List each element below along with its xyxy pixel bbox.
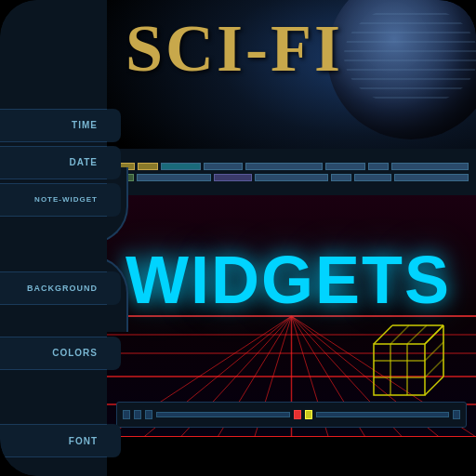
retro-section: WIDGETS .gc { stroke: #cccc00; stroke-wi… bbox=[107, 195, 476, 437]
svg-line-23 bbox=[374, 325, 392, 344]
bar-blue-4 bbox=[368, 163, 389, 170]
svg-line-30 bbox=[407, 325, 427, 344]
bar-cyan-1 bbox=[161, 163, 200, 170]
bar-blue-10 bbox=[394, 174, 469, 181]
svg-line-31 bbox=[425, 342, 443, 361]
bar-blue-7 bbox=[255, 174, 329, 181]
bar-blue-8 bbox=[331, 174, 350, 181]
top-section: SCI-FI bbox=[107, 0, 476, 195]
sidebar-item-time[interactable]: TIME bbox=[0, 109, 107, 142]
bar-blue-6 bbox=[137, 174, 211, 181]
grid-cube-decoration: .gc { stroke: #cccc00; stroke-width: 1.5… bbox=[364, 316, 457, 409]
main-content: SCI-FI bbox=[107, 0, 476, 476]
svg-line-29 bbox=[390, 325, 409, 344]
sidebar-item-background[interactable]: BACKGROUND bbox=[0, 271, 107, 305]
bar-indicator-1 bbox=[123, 410, 130, 419]
tech-bars bbox=[107, 149, 476, 195]
bar-long-1 bbox=[156, 412, 290, 417]
planet-decoration bbox=[327, 0, 476, 139]
tech-bar-row-1 bbox=[114, 163, 469, 170]
bar-blue-5 bbox=[391, 163, 469, 170]
bar-indicator-3 bbox=[145, 410, 152, 419]
bar-blue-2 bbox=[245, 163, 323, 170]
bar-purple-1 bbox=[214, 174, 252, 181]
bottom-navigation-bar bbox=[116, 402, 467, 428]
bar-blue-9 bbox=[354, 174, 392, 181]
bar-indicator-active bbox=[294, 410, 301, 419]
svg-line-27 bbox=[425, 377, 443, 395]
app-container: TIME DATE NOTE-WIDGET BACKGROUND COLORS … bbox=[0, 0, 476, 476]
svg-line-32 bbox=[425, 359, 443, 377]
sidebar: TIME DATE NOTE-WIDGET BACKGROUND COLORS … bbox=[0, 0, 107, 476]
bar-blue-1 bbox=[204, 163, 243, 170]
bar-long-2 bbox=[316, 412, 450, 417]
bar-indicator-2 bbox=[134, 410, 141, 419]
bar-gold-2 bbox=[138, 163, 158, 170]
sidebar-item-colors[interactable]: COLORS bbox=[0, 337, 107, 370]
widgets-title: WIDGETS bbox=[126, 242, 451, 318]
bar-indicator-4 bbox=[453, 410, 460, 419]
sidebar-item-date[interactable]: DATE bbox=[0, 146, 107, 179]
bar-blue-3 bbox=[325, 163, 364, 170]
svg-line-26 bbox=[425, 325, 443, 344]
svg-rect-18 bbox=[374, 344, 425, 395]
tech-bar-row-2 bbox=[114, 174, 469, 181]
bar-indicator-yellow bbox=[305, 410, 312, 419]
scifi-title: SCI-FI bbox=[126, 19, 343, 79]
sidebar-item-note-widget[interactable]: NOTE-WIDGET bbox=[0, 183, 107, 217]
sidebar-item-font[interactable]: FONT bbox=[0, 424, 107, 457]
